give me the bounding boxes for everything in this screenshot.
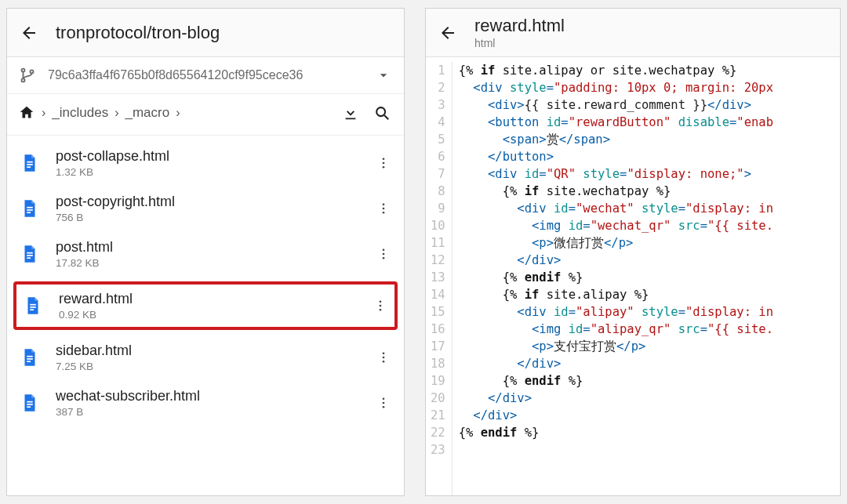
dropdown-icon[interactable] [374, 67, 393, 83]
appbar-title: tronprotocol/tron-blog [56, 23, 220, 42]
file-viewer-pane: reward.html html 12345678910111213141516… [425, 8, 841, 496]
file-row[interactable]: wechat-subscriber.html387 B [7, 380, 404, 426]
svg-rect-28 [27, 356, 33, 357]
svg-rect-17 [27, 255, 33, 256]
svg-rect-36 [27, 406, 31, 408]
file-size: 0.92 KB [59, 309, 371, 321]
svg-rect-22 [30, 304, 36, 306]
svg-point-15 [383, 212, 385, 214]
file-icon [18, 197, 42, 220]
svg-point-13 [383, 203, 385, 205]
svg-point-19 [383, 248, 385, 251]
file-row[interactable]: post-copyright.html756 B [7, 186, 404, 231]
svg-point-8 [383, 162, 385, 165]
svg-point-38 [383, 402, 385, 404]
svg-point-20 [383, 253, 385, 256]
path-row: › _includes › _macro › [7, 94, 404, 136]
file-name: post.html [56, 239, 374, 256]
svg-rect-18 [27, 257, 31, 259]
file-size: 1.32 KB [56, 166, 374, 178]
svg-rect-23 [30, 306, 36, 308]
svg-rect-24 [30, 309, 34, 310]
git-branch-icon [18, 67, 37, 84]
svg-rect-4 [27, 161, 33, 163]
file-size: 756 B [56, 212, 374, 223]
svg-point-3 [376, 107, 385, 116]
download-icon[interactable] [340, 102, 362, 124]
file-list: post-collapse.html1.32 KBpost-copyright.… [7, 136, 404, 495]
code-viewer[interactable]: 1234567891011121314151617181920212223 {%… [426, 57, 840, 495]
appbar-title: reward.html [474, 16, 565, 35]
svg-rect-30 [27, 361, 31, 362]
svg-rect-29 [27, 358, 33, 360]
more-icon[interactable] [374, 396, 393, 410]
appbar-subtitle: html [474, 37, 565, 49]
file-row[interactable]: sidebar.html7.25 KB [7, 335, 404, 380]
svg-point-2 [30, 70, 33, 73]
svg-point-7 [383, 158, 385, 160]
file-browser-pane: tronprotocol/tron-blog 79c6a3ffa4f6765b0… [6, 8, 405, 496]
svg-rect-11 [27, 209, 33, 211]
file-size: 17.82 KB [56, 257, 374, 269]
svg-rect-10 [27, 207, 33, 208]
commit-row[interactable]: 79c6a3ffa4f6765b0f8d65564120cf9f95cece36 [7, 57, 404, 94]
svg-rect-34 [27, 401, 33, 403]
svg-point-33 [383, 361, 385, 363]
svg-point-25 [380, 300, 382, 303]
svg-point-32 [383, 357, 385, 359]
back-arrow-icon[interactable] [437, 22, 459, 44]
svg-point-37 [383, 397, 385, 400]
file-icon [18, 151, 42, 175]
file-name: post-collapse.html [56, 148, 374, 165]
chevron-right-icon: › [115, 106, 118, 120]
more-icon[interactable] [374, 156, 393, 170]
svg-point-26 [380, 305, 382, 307]
chevron-right-icon: › [176, 106, 180, 120]
file-icon [18, 391, 42, 415]
svg-rect-6 [27, 166, 31, 168]
svg-rect-35 [27, 404, 33, 405]
svg-rect-16 [27, 252, 33, 254]
file-name: wechat-subscriber.html [56, 388, 374, 404]
svg-point-31 [383, 352, 385, 354]
commit-sha: 79c6a3ffa4f6765b0f8d65564120cf9f95cece36 [48, 68, 374, 82]
search-icon[interactable] [371, 102, 393, 124]
more-icon[interactable] [374, 350, 393, 364]
file-row[interactable]: reward.html0.92 KB [13, 281, 398, 330]
svg-point-39 [383, 406, 385, 408]
file-icon [18, 242, 42, 266]
more-icon[interactable] [371, 299, 390, 313]
svg-point-27 [380, 309, 382, 311]
file-size: 387 B [56, 406, 374, 418]
line-gutter: 1234567891011121314151617181920212223 [426, 62, 453, 495]
more-icon[interactable] [374, 247, 393, 261]
more-icon[interactable] [374, 201, 393, 216]
svg-point-14 [383, 208, 385, 210]
svg-point-1 [21, 78, 24, 82]
appbar-left: tronprotocol/tron-blog [7, 9, 404, 57]
back-arrow-icon[interactable] [18, 22, 40, 44]
file-name: post-copyright.html [56, 194, 374, 210]
file-size: 7.25 KB [56, 361, 374, 372]
appbar-right: reward.html html [426, 9, 840, 57]
code-content: {% if site.alipay or site.wechatpay %} <… [453, 62, 840, 495]
svg-rect-5 [27, 164, 33, 165]
file-name: reward.html [59, 291, 371, 307]
file-icon [18, 346, 42, 369]
home-icon[interactable] [18, 104, 35, 121]
breadcrumb-item[interactable]: _includes [52, 105, 108, 121]
breadcrumb-item[interactable]: _macro [125, 105, 169, 121]
svg-point-0 [21, 69, 24, 72]
svg-point-21 [383, 257, 385, 259]
svg-rect-12 [27, 212, 31, 213]
svg-point-9 [383, 166, 385, 169]
file-icon [21, 294, 45, 317]
file-row[interactable]: post.html17.82 KB [7, 231, 404, 277]
chevron-right-icon: › [42, 106, 45, 120]
file-row[interactable]: post-collapse.html1.32 KB [7, 140, 404, 186]
file-name: sidebar.html [56, 343, 374, 359]
